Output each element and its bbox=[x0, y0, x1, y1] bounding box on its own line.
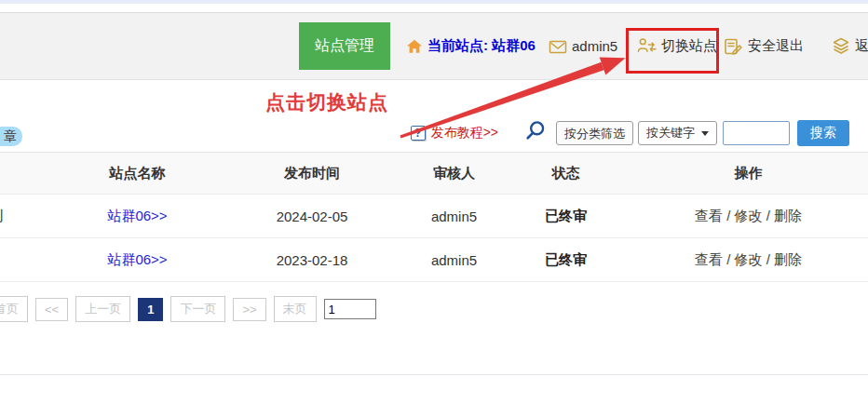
next-page-button[interactable]: 下一页 bbox=[170, 296, 225, 322]
keyword-input[interactable] bbox=[723, 121, 790, 145]
publish-date: 2023-02-18 bbox=[219, 252, 405, 268]
return-home-label: 返回首页 bbox=[855, 37, 868, 55]
results-table: 站点名称 发布时间 审核人 状态 操作 刂 站群06>> 2024-02-05 … bbox=[0, 152, 868, 282]
admin-account[interactable]: admin5 bbox=[549, 22, 617, 70]
keyword-select-value: 按关键字 bbox=[646, 125, 695, 141]
header-actions: 操作 bbox=[629, 165, 868, 182]
top-accent-strip bbox=[0, 0, 868, 4]
return-home-button[interactable]: 返回首页 bbox=[832, 22, 868, 70]
table-row: 刂 站群06>> 2024-02-05 admin5 已终审 查看 / 修改 /… bbox=[0, 195, 868, 238]
reviewer: admin5 bbox=[405, 209, 503, 224]
annotation-text: 点击切换站点 bbox=[265, 89, 388, 115]
help-icon[interactable]: ? bbox=[411, 126, 426, 141]
first-page-button[interactable]: 首页 bbox=[0, 296, 28, 322]
header-publish-date: 发布时间 bbox=[219, 165, 405, 182]
current-page-indicator: 1 bbox=[138, 298, 163, 321]
fast-prev-button[interactable]: << bbox=[35, 298, 68, 321]
header-site-name: 站点名称 bbox=[56, 165, 219, 182]
header-status: 状态 bbox=[503, 165, 629, 182]
keyword-select[interactable]: 按关键字 bbox=[638, 121, 717, 145]
logout-label: 安全退出 bbox=[748, 37, 804, 55]
fast-next-button[interactable]: >> bbox=[233, 298, 265, 321]
row-title-fragment: 刂 bbox=[0, 208, 56, 225]
switch-site-button[interactable]: 切换站点 bbox=[637, 22, 717, 70]
prev-page-button[interactable]: 上一页 bbox=[75, 296, 130, 322]
reviewer: admin5 bbox=[405, 252, 503, 268]
search-button[interactable]: 搜索 bbox=[797, 120, 849, 146]
switch-site-label: 切换站点 bbox=[661, 37, 717, 55]
bottom-divider bbox=[0, 374, 868, 375]
logout-doc-icon bbox=[724, 37, 743, 56]
switch-user-icon bbox=[637, 37, 657, 55]
page-number-input[interactable] bbox=[324, 299, 376, 319]
last-page-button[interactable]: 末页 bbox=[274, 296, 317, 322]
row-action-links[interactable]: 查看 / 修改 / 删除 bbox=[695, 208, 802, 223]
table-header-row: 站点名称 发布时间 审核人 状态 操作 bbox=[0, 152, 868, 195]
current-site-indicator: 当前站点: 站群06 bbox=[406, 22, 536, 70]
site-link[interactable]: 站群06>> bbox=[107, 208, 167, 223]
chevron-down-icon bbox=[701, 131, 709, 136]
search-magnifier-icon[interactable] bbox=[522, 120, 547, 147]
admin-label: admin5 bbox=[572, 38, 617, 54]
home-icon bbox=[406, 38, 423, 55]
row-action-links[interactable]: 查看 / 修改 / 删除 bbox=[695, 251, 802, 267]
logout-button[interactable]: 安全退出 bbox=[724, 22, 804, 70]
mail-icon bbox=[549, 38, 567, 55]
table-row: 站群06>> 2023-02-18 admin5 已终审 查看 / 修改 / 删… bbox=[0, 238, 868, 282]
status-badge: 已终审 bbox=[545, 251, 587, 267]
publish-date: 2024-02-05 bbox=[219, 209, 405, 224]
search-bar: ? 发布教程>> 按分类筛选 按关键字 搜索 bbox=[0, 118, 868, 148]
site-manage-button[interactable]: 站点管理 bbox=[299, 22, 390, 70]
filter-by-category-button[interactable]: 按分类筛选 bbox=[556, 121, 633, 145]
site-link[interactable]: 站群06>> bbox=[107, 251, 167, 267]
layers-icon bbox=[832, 37, 850, 55]
status-badge: 已终审 bbox=[545, 208, 587, 223]
publish-tutorial-link[interactable]: 发布教程>> bbox=[431, 125, 498, 141]
current-site-label: 当前站点: 站群06 bbox=[427, 37, 536, 55]
pagination: 首页 << 上一页 1 下一页 >> 末页 bbox=[0, 296, 376, 322]
header-reviewer: 审核人 bbox=[405, 165, 503, 182]
